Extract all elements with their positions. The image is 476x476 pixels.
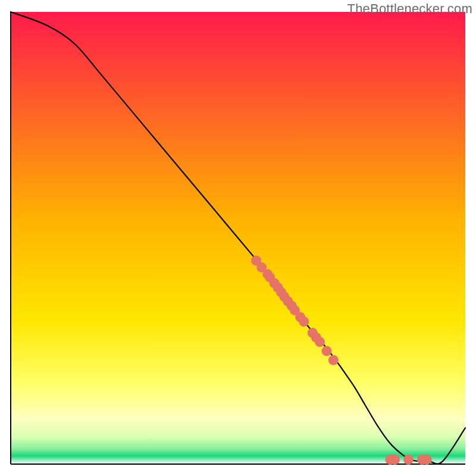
data-point <box>422 455 432 465</box>
data-point <box>322 346 332 356</box>
watermark-text: TheBottlenecker.com <box>347 1 472 17</box>
data-point <box>390 455 400 465</box>
data-point <box>315 337 325 347</box>
chart-stage: TheBottlenecker.com <box>0 0 476 476</box>
data-point <box>328 355 339 365</box>
bottleneck-chart <box>0 0 476 476</box>
data-point <box>299 317 309 327</box>
data-point <box>403 455 414 465</box>
